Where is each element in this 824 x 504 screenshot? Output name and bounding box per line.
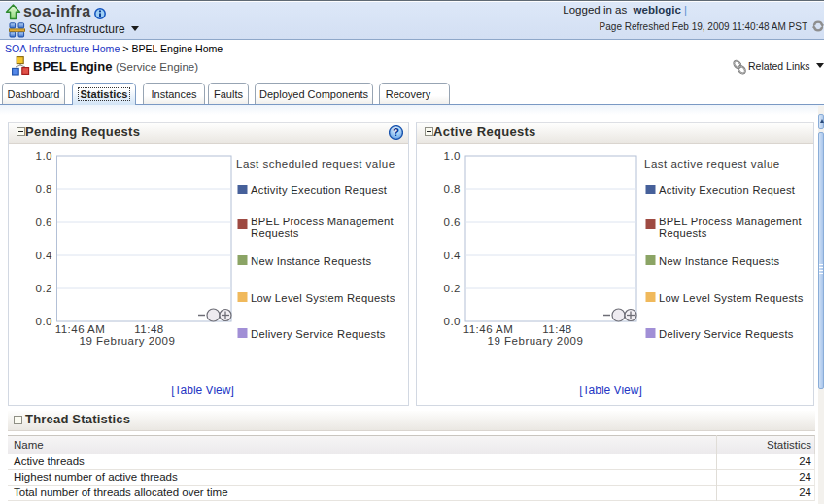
- svg-text:Activity Execution Request: Activity Execution Request: [659, 185, 796, 196]
- svg-text:Delivery Service Requests: Delivery Service Requests: [251, 328, 386, 340]
- svg-text:0.8: 0.8: [444, 184, 462, 195]
- svg-text:New Instance Requests: New Instance Requests: [251, 255, 372, 267]
- svg-text:1.0: 1.0: [36, 151, 53, 162]
- svg-text:19 February 2009: 19 February 2009: [80, 335, 176, 347]
- svg-text:11:48: 11:48: [542, 323, 571, 335]
- svg-text:0.0: 0.0: [36, 316, 53, 327]
- svg-text:0.8: 0.8: [36, 184, 53, 195]
- svg-text:1.0: 1.0: [444, 151, 462, 162]
- svg-text:0.6: 0.6: [36, 217, 53, 228]
- svg-text:Last scheduled request value: Last scheduled request value: [236, 158, 395, 170]
- svg-text:0.4: 0.4: [444, 250, 462, 261]
- svg-text:11:46 AM: 11:46 AM: [55, 323, 106, 335]
- svg-text:0.6: 0.6: [444, 217, 462, 228]
- svg-text:0.2: 0.2: [444, 283, 462, 294]
- svg-text:0.4: 0.4: [36, 250, 53, 261]
- svg-text:19 February 2009: 19 February 2009: [488, 335, 584, 347]
- svg-text:Low Level System Requests: Low Level System Requests: [659, 292, 804, 304]
- svg-text:Last active request value: Last active request value: [644, 158, 780, 170]
- svg-text:?: ?: [393, 126, 399, 138]
- svg-text:BPEL Process Management: BPEL Process Management: [251, 216, 395, 227]
- svg-text:11:46 AM: 11:46 AM: [464, 323, 514, 335]
- svg-text:Low Level System Requests: Low Level System Requests: [251, 292, 395, 304]
- svg-text:Delivery Service Requests: Delivery Service Requests: [659, 328, 794, 340]
- svg-text:Activity Execution Request: Activity Execution Request: [251, 185, 388, 196]
- svg-text:BPEL Process Management: BPEL Process Management: [659, 216, 803, 227]
- svg-text:Requests: Requests: [659, 227, 707, 239]
- svg-text:Requests: Requests: [251, 227, 299, 239]
- svg-text:0.2: 0.2: [36, 283, 53, 294]
- svg-text:New Instance Requests: New Instance Requests: [659, 255, 780, 267]
- svg-text:0.0: 0.0: [444, 316, 462, 327]
- svg-text:11:48: 11:48: [134, 323, 163, 335]
